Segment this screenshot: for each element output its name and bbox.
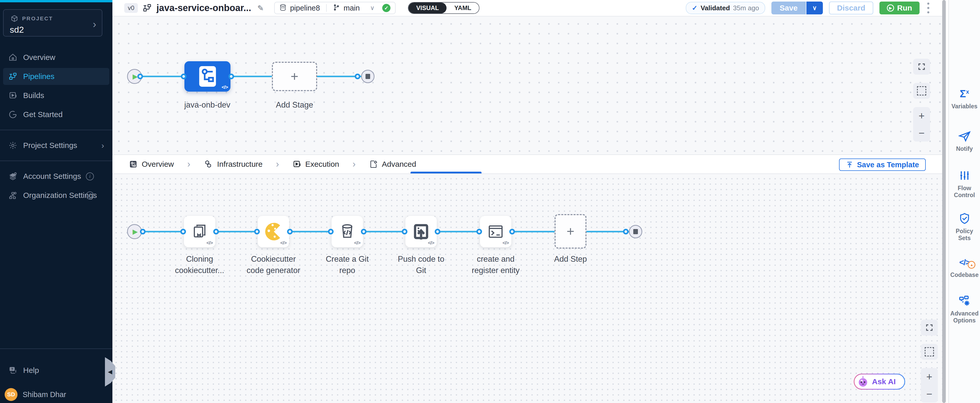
save-menu-button[interactable]: ∨ [807,2,823,14]
rail-item-policy-sets[interactable]: Policy Sets [949,212,980,242]
save-button[interactable]: Save [772,2,806,14]
info-icon[interactable]: i [86,191,94,199]
fullscreen-icon[interactable] [913,59,930,75]
topbar-right: ✓ Validated 35m ago Save ∨ Discard ▶ Run [686,1,931,15]
plus-icon: + [291,70,298,83]
step-node-create-git-repo[interactable]: </> [332,216,363,247]
zoom-controls: + − [921,368,938,403]
rail-item-flow-control[interactable]: Flow Control [949,169,980,199]
project-chevron-icon[interactable]: › [93,19,96,30]
sidebar-item-label: Help [23,366,39,375]
add-step-button[interactable]: + [555,214,587,248]
rail-label: Flow Control [950,185,979,199]
plus-icon: + [566,225,574,238]
save-as-template-button[interactable]: Save as Template [839,159,926,171]
zoom-in-icon[interactable]: + [926,371,932,382]
tab-advanced[interactable]: Advanced [369,160,416,169]
step-label: Push code toGit [382,253,460,276]
branch-valid-check-icon: ✓ [382,4,390,12]
edit-pencil-icon[interactable]: ✎ [258,3,264,13]
rail-item-codebase[interactable]: </> ▲ Codebase [949,256,980,279]
port [623,229,628,234]
port [213,229,219,234]
step-node-cloning-cookiecutter[interactable]: </> [184,216,215,247]
code-badge: </> [207,240,213,246]
user-profile[interactable]: SD Shibam Dhar [0,388,112,401]
rail-item-variables[interactable]: Σx Variables [949,88,980,110]
selection-box-icon[interactable] [921,344,938,360]
toggle-visual[interactable]: VISUAL [409,3,447,13]
sidebar-item-pipelines[interactable]: Pipelines [3,68,109,85]
chevron-right-icon: › [353,159,356,170]
avatar[interactable]: SD [5,388,18,401]
discard-button[interactable]: Discard [829,2,873,14]
divider [326,4,327,12]
zoom-out-icon[interactable]: − [926,389,932,399]
sidebar-item-label: Pipelines [23,72,54,81]
port [181,73,186,79]
port [254,229,260,234]
sidebar-item-organization-settings[interactable]: Organization Settings i [3,187,109,204]
sidebar-item-get-started[interactable]: Get Started [3,106,109,123]
code-badge: </> [280,240,286,246]
branch-value: main [344,4,360,12]
chevron-right-icon: › [187,159,190,170]
validated-label: Validated [701,4,730,12]
execution-graph-canvas[interactable]: ▶ </> Cloningcookiecutter... </> Cookiec… [112,174,942,403]
project-cube-icon [10,14,19,23]
execution-end-node[interactable] [629,225,642,238]
topbar-left: v0 java-service-onboar... ✎ pipeline8 ma… [124,2,479,14]
pipeline-studio: PROJECT sd2 › Overview Pipelines [0,0,980,403]
rail-item-advanced-options[interactable]: Advanced Options [949,295,980,324]
pipelines-icon [8,72,18,81]
stage-graph-canvas[interactable]: ▶ </> java-onb-dev + Add Stage + − [112,16,942,155]
stop-icon [366,74,370,79]
selection-box-icon[interactable] [913,83,930,99]
zoom-out-icon[interactable]: − [918,128,924,138]
info-icon[interactable]: i [86,172,94,180]
sidebar-item-label: Account Settings [23,172,81,181]
codebase-warning-icon: ▲ [968,261,975,269]
sidebar-item-overview[interactable]: Overview [3,49,109,66]
push-upload-icon [412,223,430,241]
start-play-icon: ▶ [133,228,138,236]
port [140,229,146,234]
stage-node-java-onb-dev[interactable]: </> [185,61,231,92]
tab-execution[interactable]: Execution [293,160,339,169]
run-play-icon: ▶ [887,4,894,11]
port [402,229,407,234]
upload-icon [846,161,853,169]
validated-status-badge[interactable]: ✓ Validated 35m ago [686,2,765,14]
stage-end-node[interactable] [361,70,374,83]
port [435,229,441,234]
rail-item-notify[interactable]: Notify [949,130,980,152]
ask-ai-button[interactable]: Ask AI [854,374,905,390]
user-name: Shibam Dhar [22,390,66,399]
run-label: Run [897,3,912,12]
run-button[interactable]: ▶ Run [880,2,920,14]
tab-label: Overview [142,160,174,169]
vertical-scrollbar[interactable] [942,0,946,403]
sidebar-item-builds[interactable]: Builds [3,87,109,104]
tab-infrastructure[interactable]: Infrastructure [204,159,262,169]
sidebar-item-project-settings[interactable]: Project Settings › [3,137,109,154]
add-stage-button[interactable]: + [272,62,317,91]
toggle-yaml[interactable]: YAML [447,3,479,13]
sidebar-item-help[interactable]: ? Help [3,362,109,379]
step-node-create-register-entity[interactable]: </> [480,216,511,247]
fullscreen-icon[interactable] [921,320,938,336]
sidebar-divider [0,349,112,349]
right-tools-rail: Σx Variables Notify Flow Control Policy … [948,0,980,403]
validated-check-icon: ✓ [692,4,698,12]
project-selector[interactable]: PROJECT sd2 › [3,9,102,37]
clone-repo-icon [191,223,208,241]
chevron-down-icon[interactable]: ∨ [370,4,375,11]
sidebar-item-account-settings[interactable]: Account Settings i [3,168,109,185]
rail-label: Advanced Options [950,310,979,324]
tab-overview[interactable]: Overview [129,160,174,169]
pipeline-source-select[interactable]: pipeline8 main ∨ ✓ [274,2,396,14]
zoom-in-icon[interactable]: + [918,111,924,121]
step-node-push-code-to-git[interactable]: </> [406,216,437,247]
step-node-cookiecutter-generator[interactable]: </> [258,216,289,247]
more-options-kebab-icon[interactable] [926,1,931,15]
